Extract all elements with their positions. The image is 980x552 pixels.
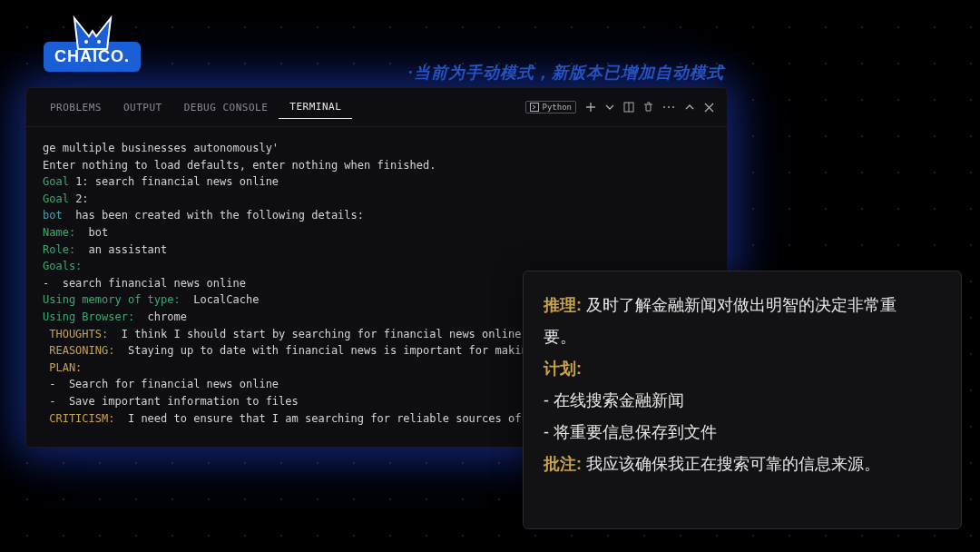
chevron-down-icon[interactable] — [605, 103, 614, 112]
tab-terminal[interactable]: TERMINAL — [279, 95, 352, 119]
term-line: ge multiple businesses autonomously' — [43, 140, 710, 157]
overlay-plan-item: - 在线搜索金融新闻 — [544, 385, 941, 417]
panel-toolbar: Python — [525, 101, 714, 113]
term-line: bot has been created with the following … — [43, 207, 710, 224]
svg-point-6 — [668, 106, 670, 108]
overlay-plan-label: 计划: — [544, 353, 941, 385]
language-label: Python — [542, 103, 572, 112]
chevron-up-icon[interactable] — [684, 102, 695, 113]
logo-mascot-icon — [71, 13, 114, 51]
term-line: Enter nothing to load defaults, enter no… — [43, 157, 710, 174]
term-line: Goal 2: — [43, 191, 710, 208]
panel-tab-bar: PROBLEMS OUTPUT DEBUG CONSOLE TERMINAL P… — [26, 88, 727, 127]
svg-point-5 — [663, 106, 665, 108]
overlay-criticism: 批注: 我应该确保我正在搜索可靠的信息来源。 — [544, 448, 941, 480]
term-line: Role: an assistant — [43, 242, 710, 259]
tab-output[interactable]: OUTPUT — [113, 96, 173, 119]
svg-rect-2 — [531, 104, 539, 112]
trash-icon[interactable] — [643, 102, 653, 113]
more-icon[interactable] — [662, 105, 675, 109]
overlay-reasoning-cont: 要。 — [544, 321, 941, 353]
logo-badge: CHAICO. — [44, 42, 141, 72]
split-terminal-icon[interactable] — [623, 102, 634, 113]
tab-debug-console[interactable]: DEBUG CONSOLE — [173, 96, 279, 119]
new-terminal-icon[interactable] — [585, 102, 596, 113]
close-icon[interactable] — [704, 103, 714, 113]
translation-overlay: 推理: 及时了解金融新闻对做出明智的决定非常重 要。 计划: - 在线搜索金融新… — [523, 271, 962, 529]
overlay-plan-item: - 将重要信息保存到文件 — [544, 417, 941, 448]
tab-problems[interactable]: PROBLEMS — [39, 96, 113, 119]
chevron-right-box-icon — [530, 103, 539, 112]
term-line: Name: bot — [43, 224, 710, 242]
svg-point-0 — [84, 40, 88, 44]
svg-point-1 — [97, 40, 101, 44]
term-line: Goal 1: search financial news online — [43, 173, 710, 191]
svg-point-7 — [672, 106, 674, 108]
logo: CHAICO. — [44, 7, 141, 72]
tagline-text: ·当前为手动模式，新版本已增加自动模式 — [408, 62, 724, 84]
overlay-reasoning: 推理: 及时了解金融新闻对做出明智的决定非常重 — [544, 290, 941, 321]
terminal-language-picker[interactable]: Python — [525, 101, 576, 113]
